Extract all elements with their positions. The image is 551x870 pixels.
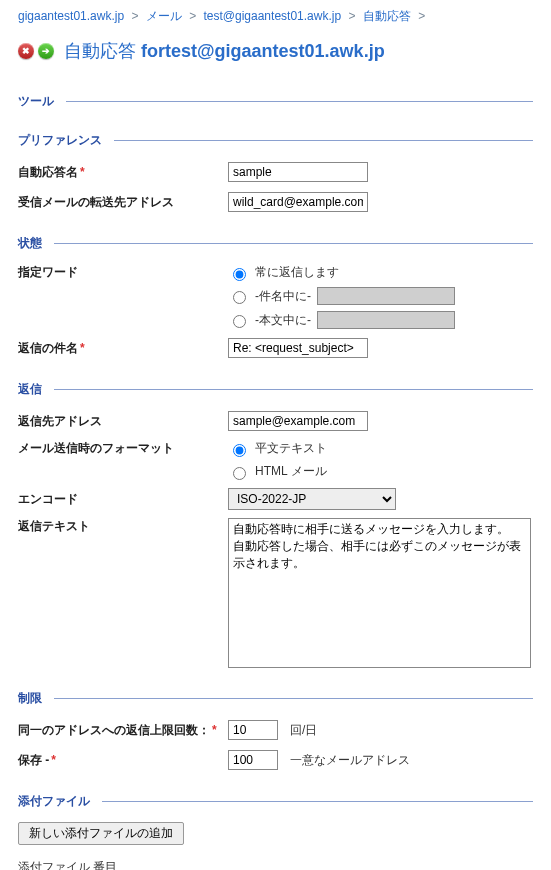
mail-format-plain-label: 平文テキスト [255, 440, 327, 457]
encoding-label: エンコード [18, 491, 228, 508]
section-divider [114, 140, 533, 141]
reply-limit-label: 同一のアドレスへの返信上限回数：* [18, 722, 228, 739]
mail-format-html-label: HTML メール [255, 463, 327, 480]
section-divider [54, 389, 533, 390]
section-tools: ツール [18, 93, 533, 110]
reply-to-label: 返信先アドレス [18, 413, 228, 430]
section-tools-label: ツール [18, 93, 54, 110]
store-input[interactable] [228, 750, 278, 770]
autoresponder-name-input[interactable] [228, 162, 368, 182]
reply-to-input[interactable] [228, 411, 368, 431]
section-limits: 制限 [18, 690, 533, 707]
autoresponder-name-label: 自動応答名* [18, 164, 228, 181]
page-title-row: 自動応答 fortest@gigaantest01.awk.jp [18, 39, 533, 63]
section-prefs: プリファレンス [18, 132, 533, 149]
store-label: 保存 -* [18, 752, 228, 769]
page-title-prefix: 自動応答 [64, 41, 136, 61]
reply-subject-label: 返信の件名* [18, 340, 228, 357]
section-limits-label: 制限 [18, 690, 42, 707]
section-divider [54, 698, 533, 699]
section-status-label: 状態 [18, 235, 42, 252]
breadcrumb: gigaantest01.awk.jp > メール > test@gigaant… [18, 8, 533, 25]
section-reply: 返信 [18, 381, 533, 398]
keyword-label: 指定ワード [18, 264, 228, 281]
breadcrumb-sep: > [418, 9, 425, 23]
keyword-body-input[interactable] [317, 311, 455, 329]
reply-text-label: 返信テキスト [18, 518, 228, 535]
forward-address-label: 受信メールの転送先アドレス [18, 194, 228, 211]
breadcrumb-item-1[interactable]: メール [146, 9, 182, 23]
mail-format-label: メール送信時のフォーマット [18, 440, 228, 457]
reply-limit-input[interactable] [228, 720, 278, 740]
breadcrumb-sep: > [189, 9, 196, 23]
section-divider [66, 101, 533, 102]
section-attach: 添付ファイル [18, 793, 533, 810]
add-attachment-button[interactable]: 新しい添付ファイルの追加 [18, 822, 184, 845]
section-attach-label: 添付ファイル [18, 793, 90, 810]
cancel-icon[interactable] [18, 43, 34, 59]
keyword-option-always[interactable]: 常に返信します [228, 264, 455, 281]
section-reply-label: 返信 [18, 381, 42, 398]
section-divider [102, 801, 533, 802]
keyword-option-body[interactable]: -本文中に- [228, 311, 455, 329]
reply-text-input[interactable] [228, 518, 531, 668]
mail-format-radio-plain[interactable] [233, 444, 246, 457]
keyword-subject-input[interactable] [317, 287, 455, 305]
breadcrumb-item-2[interactable]: test@gigaantest01.awk.jp [203, 9, 341, 23]
page-title-suffix: fortest@gigaantest01.awk.jp [141, 41, 385, 61]
keyword-radio-always[interactable] [233, 268, 246, 281]
keyword-option-subject[interactable]: -件名中に- [228, 287, 455, 305]
keyword-radio-body-label: -本文中に- [255, 312, 311, 329]
breadcrumb-sep: > [131, 9, 138, 23]
attachment-list-label: 添付ファイル 番目 [18, 859, 533, 870]
keyword-radio-body[interactable] [233, 315, 246, 328]
mail-format-option-html[interactable]: HTML メール [228, 463, 327, 480]
section-prefs-label: プリファレンス [18, 132, 102, 149]
mail-format-radio-html[interactable] [233, 467, 246, 480]
reply-limit-suffix: 回/日 [290, 722, 317, 739]
encoding-select[interactable]: ISO-2022-JP [228, 488, 396, 510]
keyword-radio-subject[interactable] [233, 291, 246, 304]
breadcrumb-item-3[interactable]: 自動応答 [363, 9, 411, 23]
reply-subject-input[interactable] [228, 338, 368, 358]
store-suffix: 一意なメールアドレス [290, 752, 410, 769]
keyword-radio-always-label: 常に返信します [255, 264, 339, 281]
breadcrumb-sep: > [348, 9, 355, 23]
forward-address-input[interactable] [228, 192, 368, 212]
section-status: 状態 [18, 235, 533, 252]
keyword-radio-group: 常に返信します -件名中に- -本文中に- [228, 264, 455, 329]
mail-format-group: 平文テキスト HTML メール [228, 440, 327, 480]
section-divider [54, 243, 533, 244]
page-title: 自動応答 fortest@gigaantest01.awk.jp [64, 39, 385, 63]
ok-icon[interactable] [38, 43, 54, 59]
mail-format-option-plain[interactable]: 平文テキスト [228, 440, 327, 457]
breadcrumb-item-0[interactable]: gigaantest01.awk.jp [18, 9, 124, 23]
keyword-radio-subject-label: -件名中に- [255, 288, 311, 305]
